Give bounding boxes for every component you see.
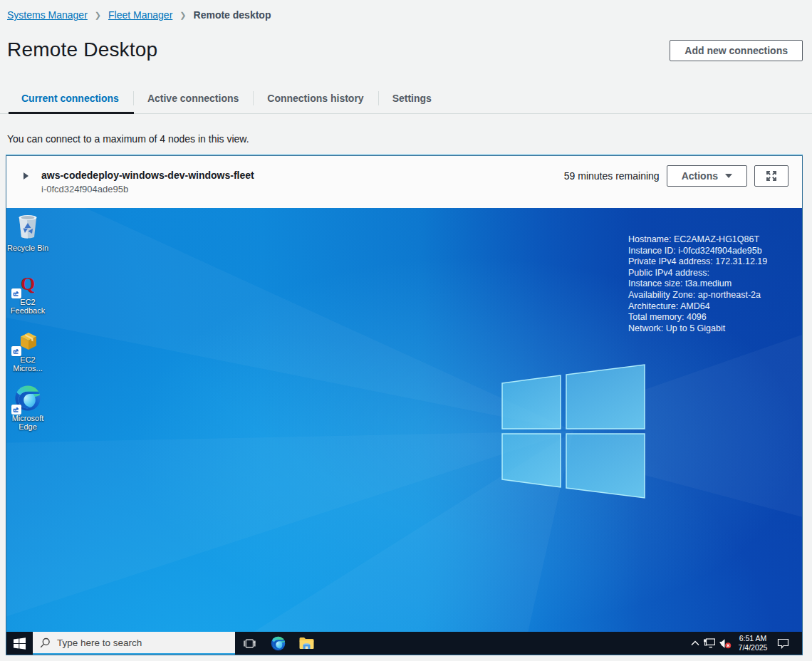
edge-taskbar-icon [271, 636, 286, 651]
desktop-icon-recycle-bin[interactable]: Recycle Bin [6, 212, 55, 252]
fullscreen-button[interactable] [754, 165, 788, 187]
action-center-button[interactable] [772, 638, 793, 649]
desktop-icon-ec2-microsoft[interactable]: EC2 Micros... [6, 332, 55, 373]
tab-settings[interactable]: Settings [378, 85, 446, 114]
desktop-icon-label: EC2 Feedback [11, 298, 45, 315]
connection-name: aws-codedeploy-windows-dev-windows-fleet [41, 169, 564, 182]
remote-desktop-screen[interactable]: Recycle Bin Q EC2 Feedback [6, 208, 802, 655]
windows-taskbar: Type here to search [6, 632, 802, 655]
actions-button[interactable]: Actions [667, 165, 747, 187]
desktop-icon-label: Microsoft Edge [12, 414, 44, 431]
time-remaining: 59 minutes remaining [564, 170, 660, 182]
tab-bar: Current connections Active connections C… [0, 85, 812, 114]
tab-connections-history[interactable]: Connections history [253, 85, 378, 114]
page-title: Remote Desktop [7, 38, 157, 61]
page-header: Remote Desktop Add new connections [0, 21, 812, 61]
start-button[interactable] [6, 632, 33, 655]
tab-active-connections[interactable]: Active connections [133, 85, 253, 114]
taskbar-edge-button[interactable] [264, 632, 292, 655]
package-icon [19, 332, 38, 350]
windows-start-icon [14, 637, 26, 650]
breadcrumb-current: Remote desktop [194, 9, 271, 21]
tray-clock[interactable]: 6:51 AM 7/4/2025 [736, 634, 769, 652]
desktop-icon-ec2-feedback[interactable]: Q EC2 Feedback [6, 274, 55, 315]
add-new-connections-button[interactable]: Add new connections [670, 40, 803, 61]
file-explorer-button[interactable] [292, 632, 321, 655]
breadcrumb-link-fleet-manager[interactable]: Fleet Manager [108, 9, 172, 21]
search-icon [40, 637, 51, 648]
shortcut-arrow-icon [11, 405, 21, 415]
actions-button-label: Actions [682, 170, 718, 182]
tab-current-connections[interactable]: Current connections [7, 85, 133, 114]
task-view-button[interactable] [235, 632, 264, 655]
system-tray: 6:51 AM 7/4/2025 [689, 632, 802, 655]
shortcut-arrow-icon [11, 346, 21, 356]
breadcrumb-separator-icon: ❯ [95, 11, 101, 20]
tray-date: 7/4/2025 [736, 643, 769, 652]
connection-card-header: aws-codedeploy-windows-dev-windows-fleet… [6, 156, 802, 208]
search-placeholder: Type here to search [57, 637, 142, 648]
connection-card: aws-codedeploy-windows-dev-windows-fleet… [6, 155, 803, 655]
connection-instance-id: i-0fcd324f904ade95b [41, 183, 564, 195]
task-view-icon [244, 638, 256, 649]
system-info-overlay: Hostname: EC2AMAZ-HG1Q86T Instance ID: i… [628, 234, 767, 334]
recycle-bin-icon [16, 212, 40, 239]
desktop-icon-label: EC2 Micros... [13, 355, 43, 373]
tray-network-icon[interactable] [702, 638, 717, 648]
taskbar-search-input[interactable]: Type here to search [33, 632, 235, 653]
tray-volume-muted-icon[interactable] [717, 638, 734, 649]
tray-time: 6:51 AM [736, 634, 769, 643]
breadcrumb: Systems Manager ❯ Fleet Manager ❯ Remote… [0, 0, 812, 21]
expand-caret-icon[interactable] [21, 172, 30, 180]
desktop-icon-microsoft-edge[interactable]: Microsoft Edge [6, 385, 55, 431]
breadcrumb-separator-icon: ❯ [179, 11, 186, 20]
max-nodes-note: You can connect to a maximum of 4 nodes … [0, 114, 812, 145]
tray-chevron-up-icon[interactable] [689, 640, 702, 646]
fullscreen-icon [766, 170, 777, 182]
file-explorer-icon [299, 637, 314, 650]
breadcrumb-link-systems-manager[interactable]: Systems Manager [7, 9, 88, 21]
caret-down-icon [725, 174, 732, 178]
shortcut-arrow-icon [11, 288, 21, 298]
action-center-icon [777, 638, 789, 649]
desktop-icon-label: Recycle Bin [7, 244, 48, 252]
